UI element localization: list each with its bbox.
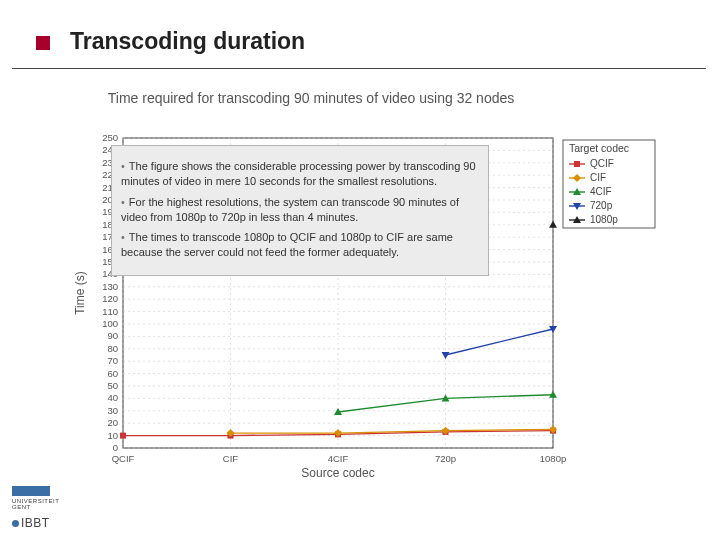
svg-text:CIF: CIF (223, 453, 239, 464)
svg-text:CIF: CIF (590, 172, 606, 183)
svg-text:720p: 720p (590, 200, 613, 211)
svg-text:80: 80 (107, 343, 118, 354)
svg-text:0: 0 (113, 442, 118, 453)
footer-logos: UNIVERSITEIT GENT IBBT (12, 486, 50, 530)
info-item: For the highest resolutions, the system … (121, 195, 479, 225)
svg-text:4CIF: 4CIF (590, 186, 612, 197)
info-item: The figure shows the considerable proces… (121, 159, 479, 189)
svg-rect-65 (120, 433, 126, 439)
svg-text:250: 250 (102, 132, 118, 143)
svg-text:Target codec: Target codec (569, 142, 629, 154)
info-item: The times to transcode 1080p to QCIF and… (121, 230, 479, 260)
svg-text:100: 100 (102, 318, 118, 329)
svg-rect-83 (574, 161, 580, 167)
header-rule (12, 68, 706, 69)
logo-ibbt: IBBT (12, 516, 50, 530)
svg-text:4CIF: 4CIF (328, 453, 349, 464)
svg-text:Time (s): Time (s) (73, 271, 87, 315)
svg-text:110: 110 (102, 306, 118, 317)
svg-text:130: 130 (102, 281, 118, 292)
svg-text:60: 60 (107, 368, 118, 379)
svg-text:10: 10 (107, 430, 118, 441)
info-callout: The figure shows the considerable proces… (111, 145, 489, 276)
svg-text:QCIF: QCIF (112, 453, 135, 464)
page-title: Transcoding duration (70, 28, 305, 55)
svg-text:720p: 720p (435, 453, 456, 464)
logo-ugent: UNIVERSITEIT GENT (12, 486, 50, 510)
svg-text:30: 30 (107, 405, 118, 416)
svg-text:70: 70 (107, 355, 118, 366)
svg-text:QCIF: QCIF (590, 158, 614, 169)
svg-text:1080p: 1080p (590, 214, 618, 225)
chart-title: Time required for transcoding 90 minutes… (68, 90, 554, 108)
svg-text:1080p: 1080p (540, 453, 566, 464)
svg-text:Source codec: Source codec (301, 466, 374, 480)
svg-text:20: 20 (107, 417, 118, 428)
svg-text:40: 40 (107, 392, 118, 403)
svg-text:50: 50 (107, 380, 118, 391)
header-accent-square (36, 36, 50, 50)
svg-text:90: 90 (107, 330, 118, 341)
svg-text:120: 120 (102, 293, 118, 304)
